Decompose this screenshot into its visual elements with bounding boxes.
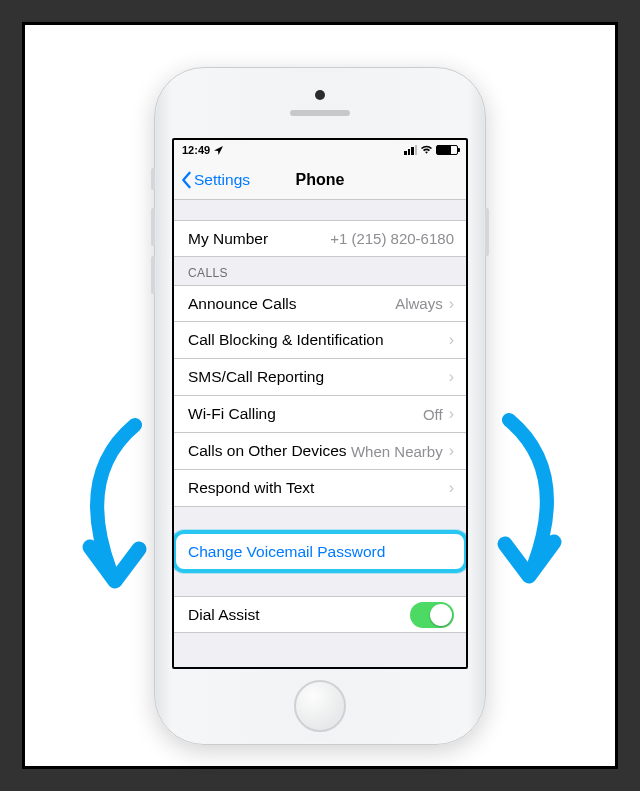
row-sms-call-reporting[interactable]: SMS/Call Reporting › xyxy=(174,359,466,396)
row-calls-other-devices[interactable]: Calls on Other Devices When Nearby› xyxy=(174,433,466,470)
wifi-icon xyxy=(420,145,433,155)
wifi-calling-label: Wi-Fi Calling xyxy=(188,405,276,423)
mute-switch xyxy=(151,168,155,190)
home-button[interactable] xyxy=(294,680,346,732)
volume-up-button xyxy=(151,208,155,246)
chevron-right-icon: › xyxy=(449,331,454,349)
screen: 12:49 Settings Phone xyxy=(172,138,468,669)
chevron-right-icon: › xyxy=(449,442,454,460)
nav-back-label: Settings xyxy=(194,171,250,189)
status-bar: 12:49 xyxy=(174,140,466,160)
respond-text-label: Respond with Text xyxy=(188,479,314,497)
volume-down-button xyxy=(151,256,155,294)
power-button xyxy=(485,208,489,256)
dial-assist-toggle[interactable] xyxy=(410,602,454,628)
location-arrow-icon xyxy=(214,146,223,155)
nav-back-button[interactable]: Settings xyxy=(174,171,250,189)
dial-assist-label: Dial Assist xyxy=(188,606,260,624)
chevron-right-icon: › xyxy=(449,405,454,423)
status-time: 12:49 xyxy=(182,144,223,156)
nav-bar: Settings Phone xyxy=(174,160,466,200)
other-devices-label: Calls on Other Devices xyxy=(188,442,347,460)
chevron-right-icon: › xyxy=(449,479,454,497)
row-dial-assist[interactable]: Dial Assist xyxy=(174,596,466,633)
camera-dot xyxy=(315,90,325,100)
announce-calls-value: Always xyxy=(395,295,443,312)
sms-reporting-label: SMS/Call Reporting xyxy=(188,368,324,386)
section-header-calls: CALLS xyxy=(174,257,466,285)
chevron-right-icon: › xyxy=(449,368,454,386)
row-call-blocking[interactable]: Call Blocking & Identification › xyxy=(174,322,466,359)
status-time-text: 12:49 xyxy=(182,144,210,156)
row-my-number[interactable]: My Number +1 (215) 820-6180 xyxy=(174,220,466,257)
other-devices-value: When Nearby xyxy=(351,443,443,460)
chevron-left-icon xyxy=(180,171,192,189)
settings-list: My Number +1 (215) 820-6180 CALLS Announ… xyxy=(174,200,466,633)
voicemail-password-label: Change Voicemail Password xyxy=(188,543,385,561)
my-number-label: My Number xyxy=(188,230,268,248)
battery-icon xyxy=(436,145,458,155)
row-announce-calls[interactable]: Announce Calls Always› xyxy=(174,285,466,322)
announce-calls-label: Announce Calls xyxy=(188,295,297,313)
image-frame: 12:49 Settings Phone xyxy=(22,22,618,769)
call-blocking-label: Call Blocking & Identification xyxy=(188,331,384,349)
row-change-voicemail-password[interactable]: Change Voicemail Password xyxy=(174,533,466,570)
iphone-device-frame: 12:49 Settings Phone xyxy=(154,67,486,745)
row-wifi-calling[interactable]: Wi-Fi Calling Off› xyxy=(174,396,466,433)
chevron-right-icon: › xyxy=(449,295,454,313)
my-number-value: +1 (215) 820-6180 xyxy=(330,230,454,247)
row-respond-with-text[interactable]: Respond with Text › xyxy=(174,470,466,507)
wifi-calling-value: Off xyxy=(423,406,443,423)
signal-icon xyxy=(404,145,417,155)
